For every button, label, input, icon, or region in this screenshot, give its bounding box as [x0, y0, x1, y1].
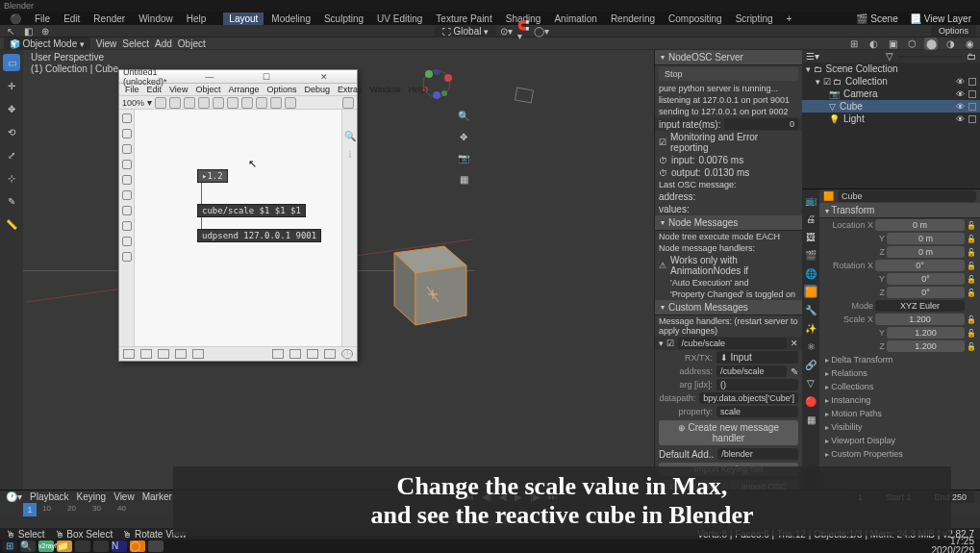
snap-toggle-icon[interactable]: 🧲▾ [517, 25, 531, 38]
max-tb-8[interactable] [256, 97, 267, 109]
max-menu-debug[interactable]: Debug [300, 85, 334, 94]
scale-x[interactable]: 1.200 [875, 314, 965, 325]
datapath-field[interactable]: bpy.data.objects['Cube'] [699, 392, 798, 404]
shading-solid-icon[interactable]: ⬤ [924, 38, 938, 50]
menu-help[interactable]: Help [181, 13, 213, 25]
max-patcher[interactable]: ↖ ▸1.2 cube/scale $1 $1 $1 udpsend 127.0… [135, 110, 341, 346]
taskbar-max-icon[interactable] [148, 540, 163, 552]
scene-collection-row[interactable]: ▾ 🗀 Scene Collection [802, 63, 980, 75]
pick-icon[interactable]: ✎ [791, 366, 798, 377]
taskbar-app-3[interactable]: N [112, 540, 127, 552]
max-tb-10[interactable] [285, 97, 296, 109]
ws-scripting[interactable]: Scripting [730, 13, 779, 25]
tool-move[interactable]: ✥ [3, 100, 20, 117]
timeline-type-icon[interactable]: 🕐▾ [6, 491, 22, 502]
tab-render-icon[interactable]: 📺 [804, 193, 817, 207]
max-max-icon[interactable]: ☐ [239, 72, 296, 82]
max-rside-1[interactable]: 🔍 [344, 131, 356, 141]
vmenu-select[interactable]: Select [122, 38, 149, 49]
max-tb-9[interactable] [270, 97, 282, 109]
collections-sub[interactable]: Collections [819, 380, 980, 393]
max-tb-7[interactable] [241, 97, 253, 109]
rot-y[interactable]: 0° [887, 273, 965, 285]
camera-view-icon[interactable]: 📷 [456, 150, 471, 165]
instancing-sub[interactable]: Instancing [819, 393, 980, 407]
nodeosc-server-header[interactable]: NodeOSC Server [655, 50, 802, 65]
tab-particle-icon[interactable]: ✨ [804, 321, 817, 335]
taskbar-app-2[interactable] [93, 540, 109, 552]
perspective-icon[interactable]: ▦ [456, 171, 471, 187]
delta-transform-sub[interactable]: Delta Transform [819, 353, 980, 366]
gizmo-icon[interactable]: ◧ [21, 25, 35, 38]
tab-constraint-icon[interactable]: 🔗 [804, 358, 817, 371]
rot-mode[interactable]: XYZ Euler [875, 300, 965, 312]
customprops-sub[interactable]: Custom Properties [819, 447, 980, 461]
max-side-6[interactable] [122, 190, 132, 200]
tab-mesh-icon[interactable]: ▽ [804, 376, 817, 390]
vmenu-object[interactable]: Object [178, 38, 206, 49]
ws-layout[interactable]: Layout [223, 13, 264, 25]
scale-z[interactable]: 1.200 [887, 340, 965, 352]
object-name-field[interactable]: Cube [838, 190, 976, 202]
max-tb-11[interactable] [342, 97, 354, 109]
tab-modifier-icon[interactable]: 🔧 [804, 303, 817, 316]
ws-add[interactable]: + [781, 13, 798, 25]
tl-menu-playback[interactable]: Playback [30, 491, 69, 502]
xray-icon[interactable]: ▣ [886, 38, 899, 50]
visibility-sub[interactable]: Visibility [819, 420, 980, 434]
mode-select[interactable]: 🧊 Object Mode ▾ [4, 38, 90, 50]
max-menu-object[interactable]: Object [191, 85, 224, 94]
loc-x[interactable]: 0 m [875, 219, 965, 231]
monitor-toggle[interactable]: ☑ Monitoring and Error reporting [655, 131, 802, 154]
gizmo-toggle-icon[interactable]: ⊞ [847, 38, 861, 50]
max-tb-3[interactable] [184, 97, 195, 109]
taskbar-explorer-icon[interactable]: 📁 [57, 540, 72, 552]
outliner-filter-icon[interactable]: ▽ [886, 51, 893, 62]
transform-panel-header[interactable]: Transform [819, 203, 980, 218]
property-field[interactable]: scale [716, 406, 798, 417]
max-menu-window[interactable]: Window [366, 85, 405, 94]
rxtx-select[interactable]: ⬇ Input [716, 351, 798, 364]
viewportdisplay-sub[interactable]: Viewport Display [819, 434, 980, 447]
pivot-icon[interactable]: ⊙▾ [500, 25, 514, 38]
argidx-field[interactable]: () [716, 379, 798, 390]
shading-matprev-icon[interactable]: ◑ [943, 38, 957, 50]
max-side-9[interactable] [122, 237, 132, 246]
max-menu-edit[interactable]: Edit [143, 85, 166, 94]
address-field[interactable]: /cube/scale [716, 365, 787, 377]
menu-window[interactable]: Window [133, 13, 179, 25]
max-bot-3[interactable] [158, 349, 169, 359]
max-side-2[interactable] [122, 129, 132, 138]
menu-file[interactable]: File [29, 13, 56, 25]
max-side-8[interactable] [122, 221, 132, 231]
camera-object-icon[interactable] [515, 88, 534, 104]
max-bot-8[interactable] [307, 349, 318, 359]
scale-y[interactable]: 1.200 [887, 327, 965, 339]
max-floatbox[interactable]: ▸1.2 [197, 169, 228, 183]
tab-object-icon[interactable]: 🟧 [804, 285, 817, 298]
max-tb-1[interactable] [155, 97, 166, 109]
input-rate-field[interactable]: 0 [724, 118, 798, 130]
motionpaths-sub[interactable]: Motion Paths [819, 407, 980, 420]
nav-gizmo[interactable] [417, 64, 456, 103]
stop-button[interactable]: Stop [659, 67, 798, 81]
max-side-4[interactable] [122, 160, 132, 169]
ws-animation[interactable]: Animation [548, 13, 602, 25]
tl-menu-marker[interactable]: Marker [142, 491, 172, 502]
ws-uvediting[interactable]: UV Editing [371, 13, 428, 25]
max-menu-file[interactable]: File [121, 85, 143, 94]
playhead[interactable]: 1 [23, 503, 37, 516]
max-message-scale[interactable]: cube/scale $1 $1 $1 [197, 204, 306, 217]
max-bot-7[interactable] [289, 349, 301, 359]
taskbar-app-1[interactable] [75, 540, 90, 552]
max-menu-options[interactable]: Options [263, 85, 300, 94]
max-menu-arrange[interactable]: Arrange [224, 85, 263, 94]
orientation-select[interactable]: ⛶ Global ▾ [435, 25, 496, 38]
max-bot-5[interactable] [192, 349, 204, 359]
tl-menu-view[interactable]: View [113, 491, 135, 502]
max-side-1[interactable] [122, 113, 132, 123]
menu-edit[interactable]: Edit [58, 13, 86, 25]
tab-scene-icon[interactable]: 🎬 [804, 248, 817, 262]
tab-material-icon[interactable]: 🔴 [804, 394, 817, 408]
loc-z[interactable]: 0 m [887, 246, 965, 258]
